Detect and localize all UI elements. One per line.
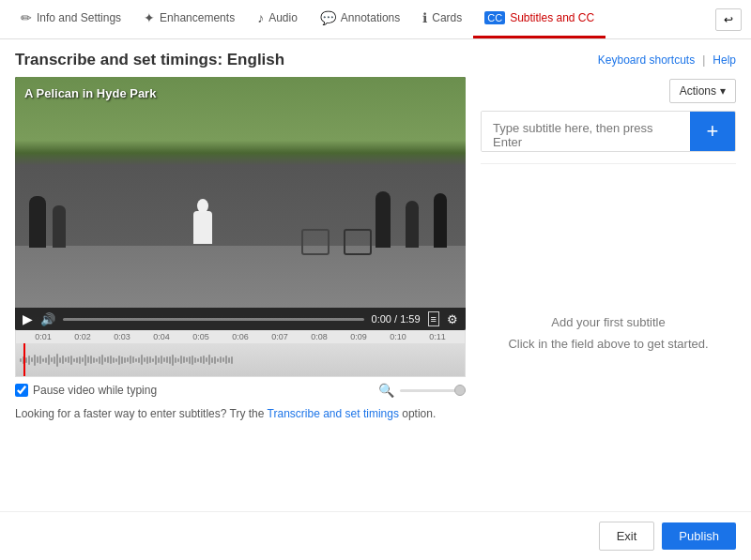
tab-info[interactable]: ✏ Info and Settings xyxy=(9,0,132,38)
bottom-controls: Pause video while typing 🔍 xyxy=(15,377,466,403)
marker: 0:10 xyxy=(378,332,418,341)
marker: 0:11 xyxy=(418,332,457,341)
volume-button[interactable]: 🔊 xyxy=(40,312,55,326)
enhancements-icon: ✦ xyxy=(144,10,155,25)
timeline-container: 0:01 0:02 0:03 0:04 0:05 0:06 0:07 0:08 … xyxy=(15,330,466,377)
timeline-markers: 0:01 0:02 0:03 0:04 0:05 0:06 0:07 0:08 … xyxy=(16,330,465,343)
marker: 0:06 xyxy=(221,332,260,341)
subtitle-input-row: + xyxy=(481,111,736,152)
bottom-bar: Exit Publish xyxy=(0,511,751,560)
person-silhouette xyxy=(376,191,391,248)
person-silhouette xyxy=(406,201,419,248)
help-link[interactable]: Help xyxy=(713,53,736,67)
empty-state: Add your first subtitle Click in the fie… xyxy=(481,163,736,502)
edit-icon: ✏ xyxy=(21,10,32,25)
annotations-icon: 💬 xyxy=(320,10,336,25)
chevron-down-icon: ▾ xyxy=(720,84,726,98)
keyboard-shortcuts-link[interactable]: Keyboard shortcuts xyxy=(598,53,695,67)
back-button[interactable]: ↩ xyxy=(715,8,742,31)
header-separator: | xyxy=(702,53,705,67)
person-silhouette xyxy=(29,196,46,248)
play-button[interactable]: ▶ xyxy=(23,311,33,326)
timeline-cursor xyxy=(23,343,25,376)
zoom-slider[interactable] xyxy=(400,389,466,392)
page-content: Transcribe and set timings: English Keyb… xyxy=(0,39,751,560)
right-panel: Actions ▾ + Add your first subtitle Clic… xyxy=(481,77,736,502)
time-display: 0:00 / 1:59 xyxy=(372,313,421,325)
progress-bar[interactable] xyxy=(63,318,364,321)
zoom-thumb xyxy=(454,385,466,396)
cards-icon: ℹ xyxy=(422,10,427,25)
tab-subtitles[interactable]: CC Subtitles and CC xyxy=(473,0,605,38)
add-subtitle-button[interactable]: + xyxy=(690,112,735,151)
publish-button[interactable]: Publish xyxy=(662,522,736,550)
stroller xyxy=(301,229,330,255)
video-controls-bar: ▶ 🔊 0:00 / 1:59 ≡ ⚙ xyxy=(15,308,466,330)
zoom-icon: 🔍 xyxy=(378,383,394,398)
bird-body xyxy=(193,211,212,244)
actions-row: Actions ▾ xyxy=(481,77,736,103)
page-header: Transcribe and set timings: English Keyb… xyxy=(0,39,751,77)
transcribe-link[interactable]: Transcribe and set timings xyxy=(268,407,399,420)
marker: 0:08 xyxy=(299,332,339,341)
video-section: A Pelican in Hyde Park ▶ 🔊 0:00 / 1:59 ≡… xyxy=(15,77,466,502)
marker: 0:07 xyxy=(260,332,299,341)
marker: 0:05 xyxy=(181,332,221,341)
captions-icon[interactable]: ≡ xyxy=(428,311,439,326)
person-silhouette xyxy=(53,205,66,248)
tab-annotations[interactable]: 💬 Annotations xyxy=(309,0,411,38)
exit-button[interactable]: Exit xyxy=(599,522,655,551)
video-frame xyxy=(15,77,466,330)
video-title-overlay: A Pelican in Hyde Park xyxy=(24,86,156,100)
pause-while-typing-checkbox[interactable]: Pause video while typing xyxy=(15,384,157,397)
marker: 0:04 xyxy=(142,332,181,341)
page-title: Transcribe and set timings: English xyxy=(15,51,284,69)
settings-icon[interactable]: ⚙ xyxy=(447,312,458,326)
subtitle-input[interactable] xyxy=(482,112,690,151)
marker: 0:02 xyxy=(63,332,102,341)
marker: 0:01 xyxy=(23,332,63,341)
main-area: A Pelican in Hyde Park ▶ 🔊 0:00 / 1:59 ≡… xyxy=(0,77,751,511)
marker: 0:03 xyxy=(102,332,142,341)
top-navigation: ✏ Info and Settings ✦ Enhancements ♪ Aud… xyxy=(0,0,751,39)
stroller xyxy=(344,229,372,255)
pause-checkbox[interactable] xyxy=(15,384,28,397)
header-links: Keyboard shortcuts | Help xyxy=(598,53,736,67)
tab-audio[interactable]: ♪ Audio xyxy=(246,0,309,38)
person-silhouette xyxy=(434,193,447,248)
waveform-bars xyxy=(16,343,465,376)
audio-icon: ♪ xyxy=(257,10,264,25)
tab-enhancements[interactable]: ✦ Enhancements xyxy=(132,0,246,38)
actions-button[interactable]: Actions ▾ xyxy=(669,79,736,103)
tab-cards[interactable]: ℹ Cards xyxy=(411,0,473,38)
marker: 0:09 xyxy=(339,332,378,341)
video-player[interactable]: A Pelican in Hyde Park ▶ 🔊 0:00 / 1:59 ≡… xyxy=(15,77,466,330)
transcribe-note: Looking for a faster way to enter subtit… xyxy=(15,403,466,424)
zoom-control: 🔍 xyxy=(378,383,466,398)
bird-head xyxy=(197,199,208,213)
timeline-waveform[interactable] xyxy=(16,343,465,376)
subtitles-icon: CC xyxy=(484,11,505,24)
